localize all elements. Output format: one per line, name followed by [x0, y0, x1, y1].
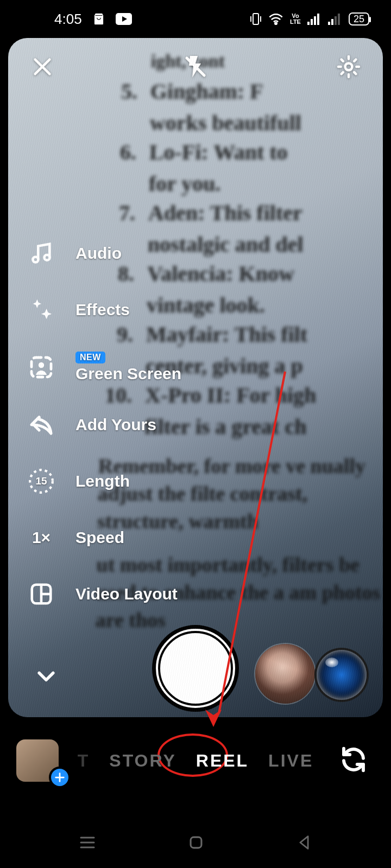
mode-live[interactable]: LIVE [268, 751, 313, 771]
status-right: VoLTE 25 [250, 12, 369, 26]
sparkles-icon [27, 295, 56, 324]
system-navigation-bar [0, 819, 391, 868]
svg-rect-10 [331, 19, 333, 25]
close-button[interactable] [23, 48, 61, 86]
svg-point-18 [45, 255, 50, 260]
tool-green-screen-label: Green Screen [75, 365, 181, 383]
new-badge: NEW [75, 352, 105, 363]
svg-rect-9 [328, 22, 330, 25]
shutter-button[interactable] [152, 625, 239, 712]
tool-video-layout[interactable]: Video Layout [27, 579, 181, 609]
tool-effects[interactable]: Effects [27, 295, 181, 324]
mode-selector[interactable]: T STORY REEL LIVE [0, 751, 391, 771]
status-left: 4:05 [54, 11, 132, 28]
recents-button[interactable] [78, 833, 97, 854]
svg-point-17 [33, 257, 38, 263]
tool-length[interactable]: 15 Length [27, 467, 181, 496]
tool-length-label: Length [75, 472, 130, 490]
tool-video-layout-label: Video Layout [75, 585, 178, 603]
svg-point-4 [275, 22, 277, 24]
tool-speed-label: Speed [75, 528, 124, 547]
volte-icon: VoLTE [290, 13, 301, 25]
status-time: 4:05 [54, 11, 82, 28]
svg-rect-5 [307, 22, 310, 25]
tool-add-yours[interactable]: Add Yours [27, 410, 181, 439]
tool-add-yours-label: Add Yours [75, 416, 156, 434]
svg-marker-33 [300, 837, 308, 849]
status-bar: 4:05 VoLTE 25 [0, 0, 391, 38]
layout-icon [27, 579, 56, 609]
svg-point-16 [345, 63, 352, 71]
reply-arrow-icon [27, 410, 56, 439]
svg-rect-11 [335, 16, 337, 25]
signal-icon [307, 13, 321, 25]
svg-rect-8 [317, 14, 319, 25]
vibrate-icon [250, 12, 262, 26]
collapse-tools-button[interactable] [34, 664, 58, 690]
tool-green-screen[interactable]: NEW Green Screen [27, 352, 181, 383]
timer-icon: 15 [27, 467, 56, 496]
svg-rect-32 [191, 837, 201, 848]
svg-rect-12 [338, 14, 340, 25]
tool-speed[interactable]: 1× Speed [27, 523, 181, 552]
camera-top-bar [8, 48, 383, 86]
camera-tools-sidebar: Audio Effects NEW Green Screen Add Yours [27, 239, 181, 609]
music-note-icon [27, 239, 56, 268]
battery-indicator: 25 [349, 12, 369, 25]
length-value: 15 [27, 467, 56, 496]
person-frame-icon [27, 353, 56, 382]
settings-button[interactable] [330, 48, 368, 86]
wifi-icon [268, 13, 283, 25]
mode-story[interactable]: STORY [109, 751, 176, 771]
home-button[interactable] [187, 833, 205, 854]
svg-point-20 [39, 362, 44, 368]
lens-switch-button[interactable] [317, 650, 367, 700]
mode-reel[interactable]: REEL [196, 751, 249, 771]
back-button[interactable] [295, 833, 313, 854]
youtube-icon [116, 13, 132, 25]
capture-mode-bar: T STORY REEL LIVE [0, 717, 391, 804]
camera-viewfinder: ight, cont 5.Gingham: F works beautifull… [8, 38, 383, 717]
tool-audio-label: Audio [75, 244, 122, 263]
tool-audio[interactable]: Audio [27, 239, 181, 268]
shopping-bag-icon [92, 12, 106, 26]
svg-rect-6 [311, 19, 313, 25]
switch-camera-button[interactable] [339, 745, 368, 776]
signal-2-icon [328, 13, 342, 25]
effects-thumbnail-button[interactable] [255, 644, 315, 704]
svg-rect-7 [314, 16, 316, 25]
svg-rect-1 [253, 14, 258, 24]
mode-post-partial[interactable]: T [78, 751, 90, 771]
flash-off-button[interactable] [176, 48, 215, 86]
tool-effects-label: Effects [75, 301, 130, 319]
speed-value-icon: 1× [27, 523, 56, 552]
